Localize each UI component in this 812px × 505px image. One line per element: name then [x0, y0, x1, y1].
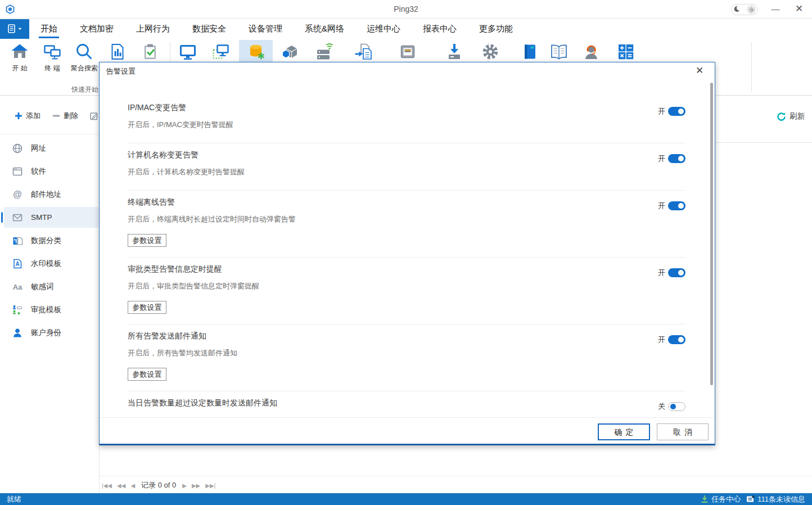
divider: [128, 391, 685, 391]
sidebar-item-url[interactable]: 网址: [0, 137, 99, 160]
param-settings-button[interactable]: 参数设置: [128, 234, 166, 247]
toggle-switch[interactable]: [668, 154, 685, 163]
alert-row-desc: 开启后，IP/MAC变更时告警提醒: [128, 120, 233, 129]
dialog-close-button[interactable]: ✕: [693, 65, 706, 77]
ethernet-port-icon: [398, 42, 417, 61]
support-agent-icon: [581, 42, 601, 61]
fast-next-button[interactable]: ▶▶: [192, 483, 200, 489]
sidebar-item-data-classify[interactable]: 数据分类: [0, 229, 99, 252]
first-page-button[interactable]: |◀◀: [102, 483, 112, 489]
alert-settings-dialog: 告警设置 ✕ IP/MAC变更告警 开启后，IP/MAC变更时告警提醒 开 计算…: [99, 62, 715, 445]
approval-template-icon: [12, 304, 23, 315]
plus-icon: [14, 111, 23, 120]
next-page-button[interactable]: ▶: [182, 483, 187, 489]
tab-ops-center[interactable]: 运维中心: [359, 19, 408, 39]
tab-home[interactable]: 开始: [33, 19, 65, 39]
last-page-button[interactable]: ▶▶|: [205, 483, 215, 489]
fast-prev-button[interactable]: ◀◀: [117, 483, 125, 489]
sidebar-item-approval-template[interactable]: 审批模板: [0, 298, 99, 321]
alert-row-title: 终端离线告警: [128, 197, 175, 206]
ok-button[interactable]: 确定: [598, 423, 650, 440]
divider: [128, 143, 685, 143]
toggle-approval-reminder[interactable]: 开: [658, 268, 685, 277]
toggle-switch[interactable]: [668, 402, 685, 411]
pagination-bar: |◀◀ ◀◀ ◀ 记录 0 of 0 ▶ ▶▶ ▶▶|: [102, 479, 215, 492]
dialog-title: 告警设置: [106, 66, 136, 76]
toggle-email-all-alerts[interactable]: 开: [658, 335, 685, 344]
svg-text:A: A: [16, 261, 20, 267]
param-settings-button[interactable]: 参数设置: [128, 301, 166, 314]
task-center-button[interactable]: 任务中心: [701, 494, 741, 504]
cube-icon: [281, 42, 300, 61]
toggle-state-label: 开: [658, 268, 665, 278]
minus-icon: [52, 111, 61, 120]
toggle-switch[interactable]: [668, 268, 685, 277]
toggle-computer-name-alert[interactable]: 开: [658, 154, 685, 163]
unread-messages-button[interactable]: 111条未读信息: [746, 494, 805, 504]
sidebar-item-label: 敏感词: [31, 282, 54, 292]
edit-icon: [89, 111, 98, 120]
param-settings-button[interactable]: 参数设置: [128, 368, 166, 381]
toggle-state-label: 开: [658, 106, 665, 116]
app-menu-button[interactable]: [0, 19, 29, 39]
toggle-daily-threshold-email[interactable]: 关: [658, 402, 685, 411]
toggle-switch[interactable]: [668, 201, 685, 210]
database-alert-icon: [246, 42, 265, 61]
svg-text:@: @: [13, 190, 22, 199]
sidebar-item-label: 审批模板: [31, 305, 61, 315]
alert-row-desc: 开启后，终端离线时长超过设定时间时自动弹窗告警: [128, 215, 296, 224]
add-label: 添加: [26, 111, 40, 121]
alert-row-desc: 开启后，计算机名称变更时告警提醒: [128, 168, 245, 177]
divider: [128, 257, 685, 258]
divider: [0, 134, 99, 134]
title-bar: Ping32 — ✕: [0, 0, 812, 19]
task-download-icon: [701, 495, 709, 503]
document-transfer-icon: [354, 42, 373, 61]
add-button[interactable]: 添加: [14, 111, 40, 121]
close-button[interactable]: ✕: [792, 2, 806, 16]
theme-toggle[interactable]: [731, 4, 758, 15]
tab-device-management[interactable]: 设备管理: [241, 19, 290, 39]
divider: [128, 324, 685, 324]
minimize-button[interactable]: —: [768, 2, 783, 16]
sidebar-item-watermark[interactable]: A 水印模板: [0, 252, 99, 275]
terminal-icon: [43, 42, 62, 61]
cancel-button[interactable]: 取消: [657, 423, 709, 440]
client-download-icon: [445, 42, 464, 61]
tab-data-security[interactable]: 数据安全: [185, 19, 233, 39]
dialog-scrollbar[interactable]: [710, 83, 713, 385]
alert-row-title: 当日告警数量超过设定数量时发送邮件通知: [128, 398, 277, 407]
tab-system-network[interactable]: 系统&网络: [297, 19, 351, 39]
status-bar: 就绪 任务中心 111条未读信息: [0, 493, 812, 505]
bluebook-icon: [520, 42, 539, 61]
toggle-state-label: 开: [658, 335, 665, 345]
toggle-offline-alert[interactable]: 开: [658, 201, 685, 210]
prev-page-button[interactable]: ◀: [130, 483, 135, 489]
alert-row-desc: 开启后，所有告警均发送邮件通知: [128, 349, 237, 358]
tab-doc-encryption[interactable]: 文档加密: [73, 19, 121, 39]
data-classify-icon: [12, 235, 23, 246]
moon-icon[interactable]: [733, 4, 740, 15]
tab-web-behavior[interactable]: 上网行为: [129, 19, 177, 39]
toggle-switch[interactable]: [668, 335, 685, 344]
sidebar-item-smtp[interactable]: SMTP: [0, 206, 99, 229]
clipboard-check-icon: [141, 42, 160, 61]
sidebar-item-email[interactable]: @ 邮件地址: [0, 183, 99, 206]
sensitive-word-icon: Aa: [12, 281, 23, 292]
refresh-icon: [777, 112, 786, 121]
toggle-state-label: 开: [658, 154, 665, 164]
toggle-ip-mac-alert[interactable]: 开: [658, 107, 685, 116]
refresh-button[interactable]: 刷新: [777, 111, 805, 121]
sidebar-item-label: 软件: [31, 166, 46, 177]
svg-text:Aa: Aa: [13, 282, 22, 291]
home-icon: [10, 42, 29, 61]
sidebar-item-account-identity[interactable]: 账户身份: [0, 321, 99, 344]
delete-button[interactable]: 删除: [52, 111, 78, 121]
sun-icon[interactable]: [747, 5, 756, 14]
sidebar-item-software[interactable]: 软件: [0, 160, 99, 183]
tab-more-features[interactable]: 更多功能: [472, 19, 520, 39]
toggle-switch[interactable]: [668, 107, 685, 116]
sidebar-item-label: 邮件地址: [31, 190, 61, 200]
sidebar-item-sensitive-words[interactable]: Aa 敏感词: [0, 275, 99, 298]
tab-report-center[interactable]: 报表中心: [416, 19, 464, 39]
